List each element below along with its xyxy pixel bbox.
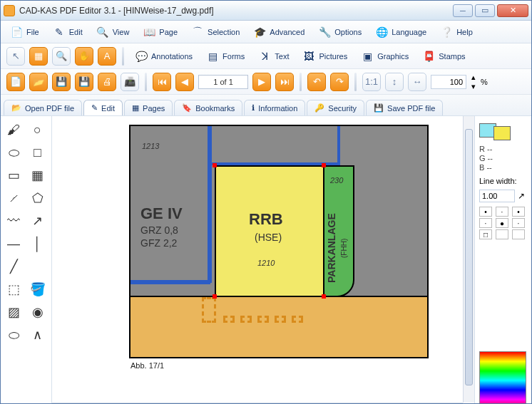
open-button[interactable]: 📂 [29,73,48,91]
forms-icon: ▤ [205,49,220,63]
save-button[interactable]: 💾 [52,73,71,91]
scan-button[interactable]: 📠 [121,73,139,91]
stamps-button[interactable]: 📮Stamps [417,47,469,66]
open-icon: 📂 [11,103,21,113]
help-icon: ❔ [439,25,454,39]
last-page-button[interactable]: ⏭ [275,73,294,91]
brush-tool[interactable]: 🖌 [4,120,24,139]
hline-tool[interactable]: — [4,234,24,253]
maximize-button[interactable]: ▭ [475,4,495,17]
toolbar-tools: ↖ ▦ 🔍 ✋ A 💬Annotations ▤Forms ꓘText 🖼Pic… [1,43,531,69]
options-icon: 🔧 [317,25,332,39]
rect-tool[interactable]: ▭ [4,166,24,185]
menu-edit[interactable]: ✎Edit [49,24,86,41]
plot-1213: 1213 [142,142,159,150]
advanced-icon: 🎓 [252,25,267,39]
tool-palette: 🖌 ○ ⬭ □ ▭ ▦ ⟋ ⬠ 〰 ↗ — │ ╱ ⬚ 🪣 ▨ ◉ ⬭ ∧ [1,116,52,404]
graphics-button[interactable]: ▣Graphics [356,47,413,66]
fit-width-button[interactable]: ↔ [408,73,426,91]
ellipse-tool[interactable]: ⬭ [4,143,24,162]
bucket-tool[interactable]: 🪣 [28,280,48,299]
pointer-tool[interactable]: ↖ [6,47,25,66]
view-icon: 🔍 [96,25,110,39]
zoom-spinner[interactable]: ▴▾ [469,73,478,91]
zoom-input[interactable]: 100 [431,75,466,89]
curve-tool[interactable]: 〰 [4,212,24,230]
page-indicator[interactable]: 1 of 1 [198,75,248,89]
color-readout: R --G --B -- [479,145,527,172]
text-icon: ꓘ [257,49,272,63]
menu-advanced[interactable]: 🎓Advanced [250,24,307,41]
text-button[interactable]: ꓘText [253,47,293,66]
tab-security[interactable]: 🔑Security [307,100,364,115]
color-picker[interactable] [479,351,526,404]
line-width-stepper[interactable]: ↗ [518,191,525,201]
forms-button[interactable]: ▤Forms [201,47,249,66]
drawing-caption: Abb. 17/1 [131,361,164,370]
next-page-button[interactable]: ▶ [252,73,271,91]
line-width-input[interactable]: 1.00 [479,190,515,202]
pictures-button[interactable]: 🖼Pictures [297,47,352,66]
menu-page[interactable]: 📖Page [139,24,180,41]
polyline-tool[interactable]: ⟋ [4,189,24,207]
grid-tool[interactable]: ▦ [28,166,48,185]
annotations-icon: 💬 [134,49,148,63]
edit-icon: ✎ [52,25,66,39]
ellipse2-tool[interactable]: ⬭ [4,326,24,344]
arrow-tool[interactable]: ↗ [28,212,48,230]
security-icon: 🔑 [314,103,324,113]
tab-open[interactable]: 📂Open PDF file [4,100,82,115]
swatch-stroke[interactable] [493,126,511,140]
rrb-sub: (HSE) [255,232,282,243]
caret-tool[interactable]: ∧ [28,326,48,344]
tab-edit[interactable]: ✎Edit [83,100,123,115]
toolbar-file-nav: 📄 📂 💾 💾 🖨 📠 ⏮ ◀ 1 of 1 ▶ ⏭ ↶ ↷ 1:1 ↕ ↔ 1… [1,69,531,95]
edit-shape-tool[interactable]: ▨ [4,303,24,321]
new-button[interactable]: 📄 [6,73,25,91]
vline-tool[interactable]: │ [28,234,48,253]
menu-selection[interactable]: ⌒Selection [188,24,242,41]
scrollbar-vertical[interactable] [463,116,474,403]
anchor-grid[interactable]: •·• ·●· □ [479,207,527,239]
tab-save[interactable]: 💾Save PDF file [366,100,443,115]
marquee-tool[interactable]: ⬚ [4,280,24,299]
undo-button[interactable]: ↶ [307,73,326,91]
lasso-tool[interactable]: ◉ [28,303,48,321]
menu-help[interactable]: ❔Help [436,24,476,41]
annotations-button[interactable]: 💬Annotations [130,47,197,66]
redo-button[interactable]: ↷ [330,73,349,91]
tab-information[interactable]: ℹInformation [244,100,305,115]
title-bar: CAD-KAS PDF Editor 3.1 - [HINWeise-17_dw… [1,1,531,21]
menu-file[interactable]: 📄File [6,24,42,41]
tab-bookmarks[interactable]: 🔖Bookmarks [174,100,242,115]
canvas[interactable]: 1213 GE IV GRZ 0,8 GFZ 2,2 RRB (HSE) 121… [52,116,474,404]
line-tool[interactable]: ╱ [4,257,24,276]
minimize-button[interactable]: ─ [453,4,473,17]
saveas-button[interactable]: 💾 [75,73,93,91]
zoom-tool[interactable]: 🔍 [52,47,71,66]
hand-tool[interactable]: ✋ [75,47,93,66]
menu-language[interactable]: 🌐Language [372,24,429,41]
ge-title: GE IV [140,204,183,223]
language-icon: 🌐 [374,25,389,39]
print-button[interactable]: 🖨 [98,73,116,91]
ge-gfz: GFZ 2,2 [140,237,177,249]
menu-view[interactable]: 🔍View [93,24,133,41]
first-page-button[interactable]: ⏮ [153,73,171,91]
pages-icon: ▦ [132,103,139,113]
polygon-tool[interactable]: ⬠ [28,189,48,207]
tab-pages[interactable]: ▦Pages [124,100,173,115]
info-icon: ℹ [252,103,255,113]
edit-icon: ✎ [91,103,98,113]
app-icon [4,5,15,16]
circle-tool[interactable]: ○ [28,120,48,139]
fit-height-button[interactable]: ↕ [385,73,404,91]
text-tool[interactable]: A [98,47,116,66]
close-button[interactable]: ✕ [497,4,528,17]
select-tool[interactable]: ▦ [29,47,48,66]
square-tool[interactable]: □ [28,143,48,162]
menu-options[interactable]: 🔧Options [314,24,364,41]
prev-page-button[interactable]: ◀ [175,73,194,91]
fit-11-button[interactable]: 1:1 [362,73,381,91]
line-width-label: Line width: [479,177,527,185]
